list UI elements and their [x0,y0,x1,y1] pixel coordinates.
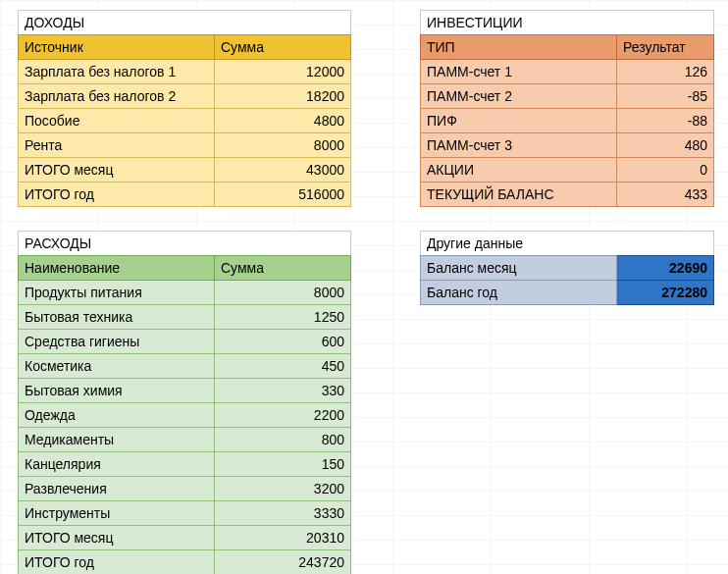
cell[interactable]: 330 [215,379,351,403]
cell[interactable]: 800 [215,428,351,452]
investments-table[interactable]: ТИП Результат ПАММ-счет 1126 ПАММ-счет 2… [420,34,714,207]
table-row: ПАММ-счет 1126 [421,60,714,84]
investments-title: ИНВЕСТИЦИИ [420,10,714,34]
other-block: Другие данные Баланс месяц22690 Баланс г… [420,231,714,305]
cell[interactable]: Медикаменты [19,428,215,452]
table-row: ИТОГО месяц20310 [19,526,351,550]
cell[interactable]: -85 [617,84,714,109]
table-row: Зарплата без налогов 218200 [19,84,351,109]
cell[interactable]: АКЦИИ [421,158,617,183]
cell[interactable]: Баланс месяц [421,256,617,281]
cell[interactable]: 8000 [215,133,351,158]
income-block: ДОХОДЫ Источник Сумма Зарплата без налог… [18,10,351,207]
cell[interactable]: 2200 [215,403,351,428]
cell[interactable]: 516000 [215,183,351,207]
expenses-block: РАСХОДЫ Наименование Сумма Продукты пита… [18,231,351,574]
table-row: ПАММ-счет 3480 [421,133,714,158]
cell[interactable]: 20310 [215,526,351,550]
cell[interactable]: Рента [19,133,215,158]
cell[interactable]: Продукты питания [19,281,215,305]
income-header-sum[interactable]: Сумма [215,35,351,60]
cell[interactable]: 272280 [617,281,714,305]
cell[interactable]: 150 [215,452,351,477]
other-table[interactable]: Баланс месяц22690 Баланс год272280 [420,255,714,305]
cell[interactable]: 600 [215,330,351,354]
table-row: Медикаменты800 [19,428,351,452]
cell[interactable]: Инструменты [19,501,215,526]
expenses-table[interactable]: Наименование Сумма Продукты питания8000 … [18,255,351,574]
table-row: Бытовая химия330 [19,379,351,403]
table-row: Развлечения3200 [19,477,351,501]
income-header-source[interactable]: Источник [19,35,215,60]
cell[interactable]: ИТОГО год [19,550,215,575]
cell[interactable]: 43000 [215,158,351,183]
table-row: АКЦИИ0 [421,158,714,183]
cell[interactable]: -88 [617,109,714,133]
cell[interactable]: Канцелярия [19,452,215,477]
cell[interactable]: 450 [215,354,351,379]
table-row: Зарплата без налогов 112000 [19,60,351,84]
cell[interactable]: 0 [617,158,714,183]
table-row: Баланс месяц22690 [421,256,714,281]
cell[interactable]: Пособие [19,109,215,133]
cell[interactable]: 433 [617,183,714,207]
table-row: Одежда2200 [19,403,351,428]
investments-header-row: ТИП Результат [421,35,714,60]
cell[interactable]: ИТОГО год [19,183,215,207]
cell[interactable]: Средства гигиены [19,330,215,354]
cell[interactable]: Развлечения [19,477,215,501]
cell[interactable]: ПИФ [421,109,617,133]
cell[interactable]: Одежда [19,403,215,428]
investments-block: ИНВЕСТИЦИИ ТИП Результат ПАММ-счет 1126 … [420,10,714,207]
cell[interactable]: Бытовая техника [19,305,215,330]
expenses-header-name[interactable]: Наименование [19,256,215,281]
income-table[interactable]: Источник Сумма Зарплата без налогов 1120… [18,34,351,207]
cell[interactable]: ПАММ-счет 3 [421,133,617,158]
cell[interactable]: 12000 [215,60,351,84]
cell[interactable]: 22690 [617,256,714,281]
cell[interactable]: 4800 [215,109,351,133]
cell[interactable]: ТЕКУЩИЙ БАЛАНС [421,183,617,207]
cell[interactable]: Зарплата без налогов 1 [19,60,215,84]
cell[interactable]: 18200 [215,84,351,109]
cell[interactable]: Зарплата без налогов 2 [19,84,215,109]
other-title: Другие данные [420,231,714,255]
table-row: Рента8000 [19,133,351,158]
cell[interactable]: ИТОГО месяц [19,158,215,183]
table-row: Бытовая техника1250 [19,305,351,330]
cell[interactable]: 480 [617,133,714,158]
expenses-title: РАСХОДЫ [18,231,351,255]
income-title: ДОХОДЫ [18,10,351,34]
cell[interactable]: 126 [617,60,714,84]
cell[interactable]: 1250 [215,305,351,330]
expenses-header-sum[interactable]: Сумма [215,256,351,281]
table-row: ИТОГО месяц43000 [19,158,351,183]
expenses-header-row: Наименование Сумма [19,256,351,281]
income-header-row: Источник Сумма [19,35,351,60]
table-row: Пособие4800 [19,109,351,133]
table-row: Средства гигиены600 [19,330,351,354]
table-row: Канцелярия150 [19,452,351,477]
table-row: ПАММ-счет 2-85 [421,84,714,109]
cell[interactable]: ПАММ-счет 2 [421,84,617,109]
cell[interactable]: ИТОГО месяц [19,526,215,550]
cell[interactable]: Бытовая химия [19,379,215,403]
cell[interactable]: 243720 [215,550,351,575]
cell[interactable]: 3200 [215,477,351,501]
investments-header-type[interactable]: ТИП [421,35,617,60]
investments-header-result[interactable]: Результат [617,35,714,60]
cell[interactable]: 3330 [215,501,351,526]
cell[interactable]: 8000 [215,281,351,305]
cell[interactable]: Косметика [19,354,215,379]
table-row: ИТОГО год243720 [19,550,351,575]
cell[interactable]: Баланс год [421,281,617,305]
table-row: Баланс год272280 [421,281,714,305]
table-row: ИТОГО год516000 [19,183,351,207]
table-row: Косметика450 [19,354,351,379]
table-row: Продукты питания8000 [19,281,351,305]
table-row: ПИФ-88 [421,109,714,133]
table-row: ТЕКУЩИЙ БАЛАНС433 [421,183,714,207]
cell[interactable]: ПАММ-счет 1 [421,60,617,84]
table-row: Инструменты3330 [19,501,351,526]
